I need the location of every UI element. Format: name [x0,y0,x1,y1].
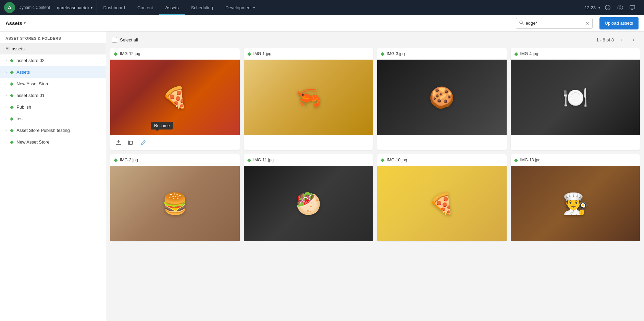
asset-card-header: ◆ IMG-11.jpg [244,154,373,166]
asset-name: IMG-2.jpg [120,158,138,162]
asset-card-img-1: ◆ IMG-1.jpg 🦐 [244,48,373,150]
asset-store-icon: ◆ [247,157,251,163]
copy-action-button[interactable] [126,138,136,147]
sidebar-item-new-asset-store-1[interactable]: › ◆ New Asset Store [0,78,106,89]
store-icon: ◆ [10,58,14,63]
asset-card-header: ◆ IMG-4.jpg [511,48,640,60]
asset-card-img-3: ◆ IMG-3.jpg 🍪 [377,48,507,150]
chevron-right-icon: › [5,117,7,121]
asset-thumbnail-container[interactable]: 🍪 [377,60,507,135]
store-icon: ◆ [10,69,14,75]
topnav-right-controls: 12:23 ▾ ? [584,3,640,12]
nav-dashboard[interactable]: Dashboard [97,0,131,15]
sidebar-item-new-asset-store-2[interactable]: › ◆ New Asset Store [0,136,106,148]
asset-thumbnail-container[interactable]: 🧑‍🍳 [511,166,640,241]
chevron-right-icon: › [5,59,7,62]
store-icon: ◆ [10,116,14,121]
chevron-right-icon: › [5,140,7,144]
asset-name: IMG-3.jpg [387,51,405,56]
asset-thumbnail-container[interactable]: 🦐 [244,60,373,135]
asset-name: IMG-1.jpg [253,51,272,56]
org-name: qareleasepatrick [57,5,89,10]
chevron-right-icon: › [5,94,7,97]
chevron-right-icon: › [5,105,7,109]
asset-thumbnail: 🦐 [244,60,373,135]
asset-thumbnail-container[interactable]: 🍕 [110,60,240,135]
content-area: Select all 1 - 8 of 8 ‹ › ◆ IMG-12.jpg [106,32,644,321]
pagination-prev-button[interactable]: ‹ [617,35,626,45]
pagination-label: 1 - 8 of 8 [596,37,614,42]
asset-thumbnail-container[interactable]: 🥙 [244,166,373,241]
pagination: 1 - 8 of 8 ‹ › [596,35,639,45]
asset-card-header: ◆ IMG-2.jpg [110,154,240,166]
asset-thumbnail-container[interactable]: 🍕 [377,166,507,241]
sidebar-item-test[interactable]: › ◆ test [0,113,106,124]
main-layout: Asset stores & folders All assets › ◆ as… [0,32,644,321]
select-all-checkbox[interactable] [112,37,117,42]
asset-name: IMG-12.jpg [120,51,140,56]
sidebar-section-header: Asset stores & folders [0,32,106,43]
svg-rect-7 [129,141,133,144]
asset-thumbnail-container[interactable]: 🍔 [110,166,240,241]
search-input[interactable] [526,21,583,26]
asset-thumbnail: 🍽️ [511,60,640,135]
org-chevron-icon: ▾ [91,6,92,10]
asset-thumbnail: 🍕 [110,60,240,135]
app-logo: A [4,2,15,13]
asset-thumbnail-container[interactable]: 🍽️ [511,60,640,135]
store-icon: ◆ [10,139,14,145]
content-toolbar: Select all 1 - 8 of 8 ‹ › [106,32,644,48]
asset-name: IMG-4.jpg [520,51,538,56]
store-icon: ◆ [10,92,14,98]
sidebar-item-assets[interactable]: › ◆ Assets [0,66,106,78]
upload-assets-button[interactable]: Upload assets [599,17,639,29]
chevron-right-icon: › [5,70,7,74]
chevron-right-icon: › [5,82,7,86]
nav-items: Dashboard Content Assets Scheduling Deve… [97,0,584,15]
asset-card-header: ◆ IMG-3.jpg [377,48,507,60]
sidebar-item-publish[interactable]: › ◆ Publish [0,101,106,113]
app-title: Dynamic Content [18,5,50,10]
asset-card-header: ◆ IMG-12.jpg [110,48,240,60]
sidebar-item-asset-store-publish-testing[interactable]: › ◆ Asset Store Publish testing [0,124,106,136]
sidebar-item-asset-store-02[interactable]: › ◆ asset store 02 [0,54,106,66]
subheader: Assets ▾ ✕ Upload assets [0,15,644,32]
asset-card-header: ◆ IMG-10.jpg [377,154,507,166]
asset-thumbnail: 🍔 [110,166,240,241]
asset-card-img-13: ◆ IMG-13.jpg 🧑‍🍳 [511,154,640,241]
help-button[interactable]: ? [603,3,612,12]
settings-button[interactable] [615,3,625,12]
select-all-label[interactable]: Select all [120,37,138,42]
title-chevron-icon: ▾ [24,21,26,25]
screen-button[interactable] [628,3,637,12]
clock-chevron-icon: ▾ [598,6,600,10]
sidebar-item-all-assets[interactable]: All assets [0,43,106,54]
asset-card-header: ◆ IMG-13.jpg [511,154,640,166]
svg-rect-2 [630,5,635,9]
org-switcher[interactable]: qareleasepatrick ▾ [53,0,97,15]
asset-grid: ◆ IMG-12.jpg 🍕 [106,48,644,245]
clear-search-icon[interactable]: ✕ [585,21,590,26]
chevron-left-icon: ‹ [620,37,622,43]
asset-store-icon: ◆ [114,157,118,163]
asset-card-header: ◆ IMG-1.jpg [244,48,373,60]
pagination-next-button[interactable]: › [629,35,639,45]
nav-development[interactable]: Development ▾ [219,0,261,15]
asset-card-img-4: ◆ IMG-4.jpg 🍽️ [511,48,640,150]
sidebar-item-asset-store-01[interactable]: › ◆ asset store 01 [0,89,106,101]
rename-action-button[interactable]: Rename [138,138,148,147]
store-icon: ◆ [10,104,14,110]
search-icon [519,20,524,26]
nav-scheduling[interactable]: Scheduling [185,0,219,15]
search-box[interactable]: ✕ [516,18,593,29]
asset-card-img-2: ◆ IMG-2.jpg 🍔 [110,154,240,241]
nav-content[interactable]: Content [131,0,159,15]
asset-store-icon: ◆ [381,51,385,57]
upload-action-button[interactable] [114,138,123,147]
asset-name: IMG-13.jpg [520,158,541,162]
nav-assets[interactable]: Assets [159,0,185,15]
asset-store-icon: ◆ [114,51,118,57]
asset-store-icon: ◆ [514,51,518,57]
asset-thumbnail: 🍕 [377,166,507,241]
chevron-right-icon: › [5,128,7,132]
